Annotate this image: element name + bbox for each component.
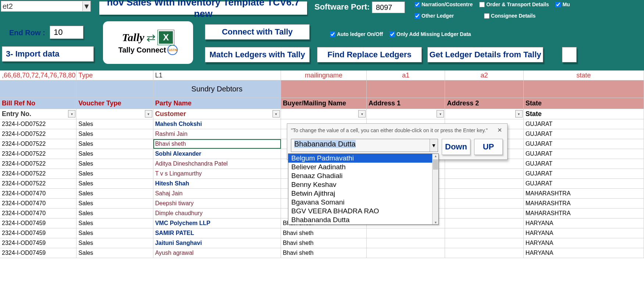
cell[interactable]: 2324-I-OD07522 <box>0 129 77 139</box>
cell[interactable]: Deepshi tiwary <box>153 199 281 208</box>
cell[interactable]: Sales <box>77 129 153 139</box>
chk-consignee-box[interactable] <box>484 13 490 19</box>
cell[interactable]: 2324-I-OD07470 <box>0 209 77 218</box>
hdr-voucher-type[interactable]: Voucher Type <box>77 98 153 109</box>
hdr1-a[interactable]: ,66,68,70,72,74,76,78,80 <box>0 70 77 80</box>
cell[interactable]: Bhavi sheth <box>281 238 367 248</box>
filter-icon[interactable]: ▾ <box>358 110 366 117</box>
cell[interactable]: MAHARASHTRA <box>524 189 644 198</box>
cell[interactable]: HARYANA <box>524 228 644 238</box>
cell[interactable]: 2324-I-OD07522 <box>0 139 77 149</box>
cell[interactable]: GUJARAT <box>524 139 644 149</box>
chk-narration[interactable]: Narration/Costcentre <box>414 1 473 7</box>
cell[interactable]: MAHARASHTRA <box>524 209 644 218</box>
software-port-input[interactable] <box>372 1 405 13</box>
hdr-addr1[interactable]: Address 1 <box>367 98 445 109</box>
hdr1-d[interactable]: mailingname <box>281 70 367 80</box>
cell[interactable]: HARYANA <box>524 238 644 248</box>
chk-other-ledger-box[interactable] <box>414 13 420 19</box>
cell[interactable]: 2324-I-OD07470 <box>0 199 77 208</box>
import-data-button[interactable]: 3- Import data <box>2 46 94 62</box>
cell[interactable]: 2324-I-OD07522 <box>0 149 77 159</box>
cell[interactable]: 2324-I-OD07522 <box>0 169 77 178</box>
down-button[interactable]: Down <box>442 139 470 155</box>
chk-mu-box[interactable] <box>555 2 561 7</box>
cell[interactable] <box>445 159 523 169</box>
hdr-party-name[interactable]: Party Name <box>153 98 281 109</box>
dropdown-option[interactable]: Betwin Ajithraj <box>288 189 438 198</box>
filt-vt[interactable]: ▾ <box>77 109 153 119</box>
cell[interactable]: 2324-I-OD07459 <box>0 248 77 258</box>
cell[interactable]: Sales <box>77 199 153 208</box>
cell[interactable]: Aditya Dineshchandra Patel <box>153 159 281 169</box>
get-ledger-details-button[interactable]: Get Ledger Details from Tally <box>427 47 543 62</box>
cell[interactable]: Sales <box>77 169 153 178</box>
hdr-addr2[interactable]: Address 2 <box>445 98 523 109</box>
cell[interactable]: Sahaj Jain <box>153 189 281 198</box>
cell[interactable] <box>445 218 523 228</box>
filter-icon[interactable]: ▾ <box>68 110 75 117</box>
cell[interactable]: Sobhi Alexander <box>153 149 281 159</box>
close-icon[interactable]: ✕ <box>495 126 504 134</box>
cell[interactable]: Bhavi sheth <box>281 248 367 258</box>
cell[interactable]: Sales <box>77 159 153 169</box>
hdr2-f[interactable] <box>445 80 523 98</box>
cell[interactable]: Bhavi sheth <box>281 228 367 238</box>
cell[interactable]: Sales <box>77 119 153 129</box>
dropdown-option[interactable]: Bgavana Somani <box>288 198 438 207</box>
cell[interactable] <box>445 189 523 198</box>
chk-only-add[interactable]: Only Add Missing Ledger Data <box>389 31 471 37</box>
end-row-input[interactable] <box>50 26 83 39</box>
cell[interactable] <box>367 228 445 238</box>
hdr1-g[interactable]: state <box>524 70 644 80</box>
filter-icon[interactable]: ▾ <box>273 110 280 117</box>
hdr2-c[interactable]: Sundry Debtors <box>153 80 281 98</box>
cell[interactable]: SAMIR PATEL <box>153 228 281 238</box>
hdr-state[interactable]: State <box>524 98 644 109</box>
hdr2-a[interactable] <box>0 80 77 98</box>
edge-button[interactable] <box>562 47 577 62</box>
dropdown-option[interactable]: Bhabananda Dutta <box>288 216 438 224</box>
connect-tally-button[interactable]: Connect with Tally <box>205 24 310 40</box>
cell[interactable]: 2324-I-OD07522 <box>0 119 77 129</box>
cell[interactable]: Bhavi sheth <box>153 139 281 149</box>
cell[interactable] <box>445 209 523 218</box>
cell[interactable]: 2324-I-OD07522 <box>0 159 77 169</box>
chk-auto-ledger[interactable]: Auto ledger On/Off <box>330 31 383 37</box>
cell[interactable]: 2324-I-OD07459 <box>0 218 77 228</box>
cell[interactable]: MAHARASHTRA <box>524 199 644 208</box>
hdr1-e[interactable]: a1 <box>367 70 445 80</box>
cell[interactable]: Sales <box>77 189 153 198</box>
up-button[interactable]: UP <box>474 139 503 155</box>
scrollbar[interactable] <box>432 154 438 224</box>
popup-combo[interactable]: Bhabananda Dutta ▼ <box>291 139 438 152</box>
filt-entry[interactable]: Entry No.▾ <box>0 109 77 119</box>
chk-order-box[interactable] <box>479 2 485 7</box>
cell[interactable] <box>445 169 523 178</box>
cell[interactable] <box>367 238 445 248</box>
filt-a2[interactable]: ▾ <box>445 109 523 119</box>
hdr2-d[interactable] <box>281 80 367 98</box>
cell[interactable]: Sales <box>77 149 153 159</box>
chevron-down-icon[interactable]: ▼ <box>430 139 438 152</box>
dropdown-option[interactable]: Benny Keshav <box>288 180 438 189</box>
cell[interactable]: 2324-I-OD07459 <box>0 238 77 248</box>
dropdown-option[interactable]: Belgum Padmavathi <box>288 154 438 163</box>
cell[interactable] <box>367 248 445 258</box>
cell[interactable]: Sales <box>77 139 153 149</box>
cell[interactable]: 2324-I-OD07459 <box>0 228 77 238</box>
popup-combo-input[interactable]: Bhabananda Dutta <box>291 139 438 152</box>
dropdown-option[interactable]: Believer Aadinath <box>288 163 438 171</box>
cell[interactable]: Sales <box>77 179 153 188</box>
cell[interactable] <box>445 238 523 248</box>
cell[interactable]: Sales <box>77 248 153 258</box>
find-replace-button[interactable]: Find Replace Ledgers <box>317 47 422 62</box>
hdr-bill-ref[interactable]: Bill Ref No <box>0 98 77 109</box>
filter-icon[interactable]: ▾ <box>515 110 523 117</box>
cell[interactable]: 2324-I-OD07470 <box>0 189 77 198</box>
match-ledgers-button[interactable]: Match Ledgers with Tally <box>205 47 310 62</box>
chk-only-add-box[interactable] <box>389 32 395 37</box>
dropdown-option[interactable]: Benaaz Ghadiali <box>288 171 438 180</box>
chevron-down-icon[interactable]: ▼ <box>82 1 90 11</box>
cell[interactable]: VMC Polychem LLP <box>153 218 281 228</box>
